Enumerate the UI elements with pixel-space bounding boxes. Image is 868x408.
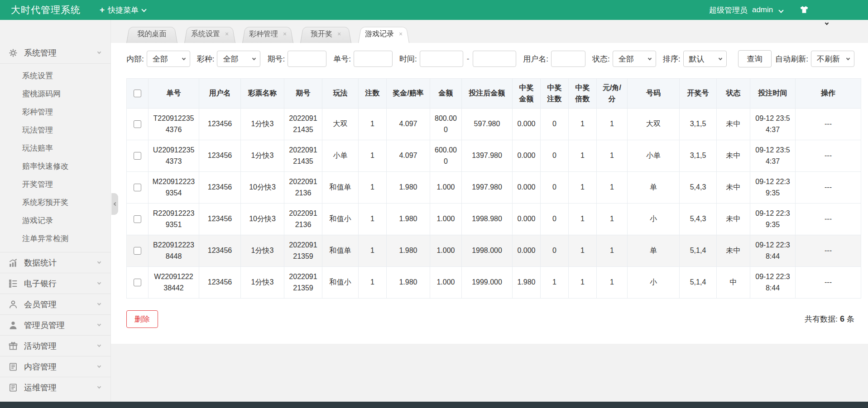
cell-balance-after: 1998.000 xyxy=(462,235,513,267)
row-checkbox[interactable] xyxy=(134,120,141,128)
tab[interactable]: 系统设置× xyxy=(184,25,235,43)
cell-win-amount: 0.000 xyxy=(513,235,541,267)
row-checkbox[interactable] xyxy=(134,279,141,286)
chevron-down-icon xyxy=(718,56,722,60)
tab[interactable]: 我的桌面 xyxy=(126,25,177,43)
username-input[interactable] xyxy=(551,51,585,67)
cell-balance-after: 597.980 xyxy=(462,109,513,140)
sidebar-item[interactable]: 玩法管理 xyxy=(0,121,110,139)
cell-status: 未中 xyxy=(717,204,750,235)
quick-menu-label: 快捷菜单 xyxy=(108,5,139,15)
row-checkbox[interactable] xyxy=(134,184,141,191)
sidebar-item[interactable]: 赔率快速修改 xyxy=(0,157,110,175)
sidebar-collapse-handle[interactable] xyxy=(111,193,118,215)
tab-close-icon[interactable]: × xyxy=(225,31,229,37)
cell-number: 大双 xyxy=(628,109,680,140)
sidebar-section[interactable]: 运维管理 xyxy=(0,377,110,398)
sidebar-section-label: 数据统计 xyxy=(24,257,57,268)
row-checkbox[interactable] xyxy=(134,215,141,223)
row-checkbox[interactable] xyxy=(134,247,141,255)
status-select[interactable]: 全部 xyxy=(613,51,656,67)
cell-action: --- xyxy=(796,109,861,140)
sidebar-section[interactable]: 系统管理 xyxy=(0,43,110,63)
order-input[interactable] xyxy=(354,51,393,67)
time-end-input[interactable] xyxy=(473,51,516,67)
cell-order-no: W2209122238442 xyxy=(149,267,199,299)
tab[interactable]: 彩种管理× xyxy=(242,25,293,43)
theme-tshirt-icon[interactable] xyxy=(798,4,810,16)
sidebar-item[interactable]: 系统设置 xyxy=(0,66,110,85)
tab[interactable]: 游戏记录× xyxy=(358,25,409,43)
footer-strip xyxy=(0,402,868,408)
tab-close-icon[interactable]: × xyxy=(283,31,287,37)
cell-amount: 600.000 xyxy=(430,140,462,172)
cell-play: 和值单 xyxy=(322,235,359,267)
quick-menu-button[interactable]: + 快捷菜单 xyxy=(100,5,146,15)
cell-lottery-name: 1分快3 xyxy=(241,140,284,172)
tab-overflow-chevron-icon[interactable] xyxy=(825,21,829,25)
cell-play: 小单 xyxy=(322,140,359,172)
tab-close-icon[interactable]: × xyxy=(399,31,403,37)
sidebar-section[interactable]: 电子银行 xyxy=(0,273,110,294)
ops-icon xyxy=(8,383,18,393)
time-start-input[interactable] xyxy=(420,51,463,67)
cell-odds: 1.980 xyxy=(387,204,430,235)
cell-draw-number: 3,1,5 xyxy=(680,109,717,140)
sidebar-section[interactable]: 内容管理 xyxy=(0,356,110,377)
sidebar-item[interactable]: 注单异常检测 xyxy=(0,229,110,247)
sort-select[interactable]: 默认 xyxy=(683,51,727,67)
cell-bet-count: 1 xyxy=(359,235,387,267)
sidebar-item[interactable]: 游戏记录 xyxy=(0,211,110,229)
sidebar-submenu: 系统设置蜜桃源码网彩种管理玩法管理玩法赔率赔率快速修改开奖管理系统彩预开奖游戏记… xyxy=(0,63,110,252)
cell-amount: 1.000 xyxy=(430,204,462,235)
column-header: 中奖金额 xyxy=(513,79,541,109)
cell-win-multiple: 1 xyxy=(569,172,597,204)
row-checkbox[interactable] xyxy=(134,152,141,160)
autorefresh-select[interactable]: 不刷新 xyxy=(811,51,854,67)
cell-unit: 1 xyxy=(597,235,628,267)
status-filter-label: 状态: xyxy=(592,54,610,64)
query-button[interactable]: 查询 xyxy=(738,50,772,67)
sidebar-item[interactable]: 系统彩预开奖 xyxy=(0,193,110,211)
cell-draw-number: 5,4,3 xyxy=(680,172,717,204)
tab[interactable]: 预开奖× xyxy=(300,25,351,43)
cell-balance-after: 1998.980 xyxy=(462,204,513,235)
cell-period: 202209121435 xyxy=(284,109,322,140)
bank-list-icon xyxy=(8,279,18,289)
column-header: 中奖倍数 xyxy=(569,79,597,109)
cell-win-multiple: 1 xyxy=(569,235,597,267)
tab-close-icon[interactable]: × xyxy=(337,31,341,37)
sidebar-item[interactable]: 彩种管理 xyxy=(0,103,110,121)
user-menu[interactable]: admin xyxy=(752,5,783,14)
lottery-select[interactable]: 全部 xyxy=(217,51,260,67)
cell-odds: 1.980 xyxy=(387,172,430,204)
sidebar-item[interactable]: 开奖管理 xyxy=(0,175,110,193)
cell-order-no: M2209122239354 xyxy=(149,172,199,204)
sidebar-section-label: 运维管理 xyxy=(24,382,57,393)
sidebar-section[interactable]: 活动管理 xyxy=(0,335,110,356)
select-all-cell xyxy=(127,79,149,109)
cell-period: 202209121359 xyxy=(284,235,322,267)
select-all-checkbox[interactable] xyxy=(134,90,141,97)
cell-order-no: U2209122354373 xyxy=(149,140,199,172)
sidebar-item[interactable]: 蜜桃源码网 xyxy=(0,85,110,103)
cell-win-multiple: 1 xyxy=(569,267,597,299)
cell-balance-after: 1999.000 xyxy=(462,267,513,299)
period-input[interactable] xyxy=(288,51,326,67)
cell-unit: 1 xyxy=(597,267,628,299)
tab-bar: 我的桌面系统设置×彩种管理×预开奖×游戏记录× xyxy=(111,20,868,43)
table-row: B22091222384481234561分快3202209121359和值单1… xyxy=(127,235,861,267)
delete-button[interactable]: 删除 xyxy=(126,310,158,328)
sidebar-section[interactable]: 会员管理 xyxy=(0,294,110,314)
tab-label: 游戏记录 xyxy=(365,29,394,39)
sidebar-section[interactable]: 数据统计 xyxy=(0,252,110,273)
sidebar-item[interactable]: 玩法赔率 xyxy=(0,139,110,157)
cell-checkbox xyxy=(127,140,149,172)
table-row: M220912223935412345610分快320220912136和值单1… xyxy=(127,172,861,204)
internal-select[interactable]: 全部 xyxy=(147,51,190,67)
table-row: R220912223935112345610分快320220912136和值小1… xyxy=(127,204,861,235)
cell-win-amount: 0.000 xyxy=(513,109,541,140)
chevron-down-icon xyxy=(252,56,256,60)
sidebar-section[interactable]: 管理员管理 xyxy=(0,314,110,335)
cell-odds: 4.097 xyxy=(387,109,430,140)
